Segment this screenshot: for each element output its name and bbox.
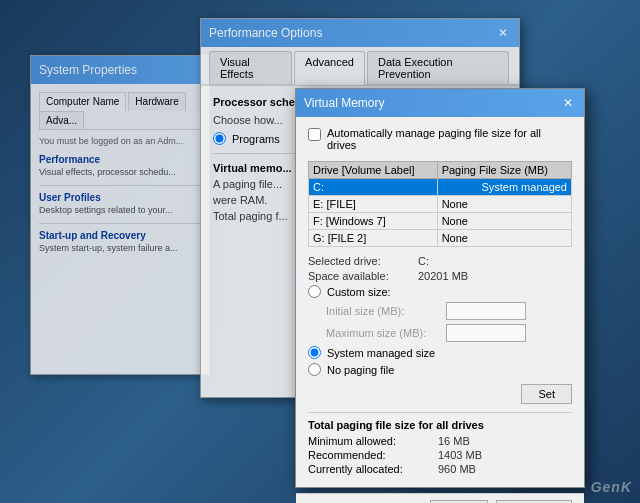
vm-set-row: Set	[308, 384, 572, 404]
vm-row-drive-c: C:	[309, 179, 438, 196]
vm-row-size-g: None	[437, 230, 571, 247]
sys-startup-text: System start-up, system failure a...	[39, 243, 201, 253]
vm-row-size-e: None	[437, 196, 571, 213]
sys-startup-title: Start-up and Recovery	[39, 230, 201, 241]
vm-system-managed-radio[interactable]	[308, 346, 321, 359]
system-props-titlebar: System Properties	[31, 56, 209, 84]
perf-tab-dep[interactable]: Data Execution Prevention	[367, 51, 509, 84]
vm-current-alloc-label: Currently allocated:	[308, 463, 438, 475]
vm-col-drive: Drive [Volume Label]	[309, 162, 438, 179]
vm-title: Virtual Memory	[304, 96, 384, 110]
sys-divider2	[39, 223, 201, 224]
sys-divider1	[39, 185, 201, 186]
vm-row-size-c: System managed	[437, 179, 571, 196]
perf-tab-visual[interactable]: Visual Effects	[209, 51, 292, 84]
vm-table-head: Drive [Volume Label] Paging File Size (M…	[309, 162, 572, 179]
vm-min-allowed-row: Minimum allowed: 16 MB	[308, 435, 572, 447]
vm-selected-drive-label: Selected drive:	[308, 255, 418, 267]
system-properties-window: System Properties Computer Name Hardware…	[30, 55, 210, 375]
vm-no-paging-row: No paging file	[308, 363, 572, 376]
system-props-title: System Properties	[39, 63, 137, 77]
vm-space-value: 20201 MB	[418, 270, 468, 282]
sys-tab-advanced[interactable]: Adva...	[39, 111, 84, 129]
virtual-memory-dialog: Virtual Memory ✕ Automatically manage pa…	[295, 88, 585, 488]
vm-max-size-label: Maximum size (MB):	[326, 327, 446, 339]
vm-no-paging-radio[interactable]	[308, 363, 321, 376]
vm-min-allowed-value: 16 MB	[438, 435, 470, 447]
vm-custom-size-row: Custom size:	[308, 285, 572, 298]
vm-custom-size-label: Custom size:	[327, 286, 391, 298]
genk-watermark: GenK	[591, 479, 632, 495]
sys-perf-text: Visual effects, processor schedu...	[39, 167, 201, 177]
vm-current-alloc-value: 960 MB	[438, 463, 476, 475]
vm-row-drive-f: F: [Windows 7]	[309, 213, 438, 230]
vm-selected-drive-value: C:	[418, 255, 429, 267]
vm-auto-manage-row: Automatically manage paging file size fo…	[308, 127, 572, 151]
perf-tabs: Visual Effects Advanced Data Execution P…	[201, 47, 519, 86]
perf-tab-advanced[interactable]: Advanced	[294, 51, 365, 85]
vm-max-size-row: Maximum size (MB):	[308, 324, 572, 342]
vm-divider	[308, 412, 572, 413]
sys-userprofiles-title: User Profiles	[39, 192, 201, 203]
sys-perf-title: Performance	[39, 154, 201, 165]
vm-max-size-input[interactable]	[446, 324, 526, 342]
table-row[interactable]: G: [FILE 2] None	[309, 230, 572, 247]
vm-close-button[interactable]: ✕	[560, 95, 576, 111]
sys-tabs: Computer Name Hardware Adva...	[39, 92, 201, 130]
vm-row-drive-e: E: [FILE]	[309, 196, 438, 213]
vm-set-button[interactable]: Set	[521, 384, 572, 404]
vm-total-title: Total paging file size for all drives	[308, 419, 572, 431]
vm-initial-size-label: Initial size (MB):	[326, 305, 446, 317]
vm-row-size-f: None	[437, 213, 571, 230]
vm-custom-size-radio[interactable]	[308, 285, 321, 298]
sys-note: You must be logged on as an Adm...	[39, 136, 201, 146]
vm-auto-manage-checkbox[interactable]	[308, 128, 321, 141]
sys-tab-computer[interactable]: Computer Name	[39, 92, 126, 111]
vm-recommended-row: Recommended: 1403 MB	[308, 449, 572, 461]
vm-titlebar: Virtual Memory ✕	[296, 89, 584, 117]
vm-auto-manage-label: Automatically manage paging file size fo…	[327, 127, 572, 151]
perf-close-button[interactable]: ✕	[495, 25, 511, 41]
vm-recommended-value: 1403 MB	[438, 449, 482, 461]
proc-sched-programs-label: Programs	[232, 133, 280, 145]
vm-total-section: Total paging file size for all drives Mi…	[308, 419, 572, 475]
table-row[interactable]: C: System managed	[309, 179, 572, 196]
vm-content: Automatically manage paging file size fo…	[296, 117, 584, 493]
vm-system-managed-row: System managed size	[308, 346, 572, 359]
vm-system-managed-label: System managed size	[327, 347, 435, 359]
perf-title: Performance Options	[209, 26, 322, 40]
vm-no-paging-label: No paging file	[327, 364, 394, 376]
vm-initial-size-input[interactable]	[446, 302, 526, 320]
sys-tab-hardware[interactable]: Hardware	[128, 92, 185, 111]
vm-table-body: C: System managed E: [FILE] None F: [Win…	[309, 179, 572, 247]
vm-initial-size-row: Initial size (MB):	[308, 302, 572, 320]
vm-space-available-row: Space available: 20201 MB	[308, 270, 572, 282]
table-row[interactable]: F: [Windows 7] None	[309, 213, 572, 230]
vm-drives-table: Drive [Volume Label] Paging File Size (M…	[308, 161, 572, 247]
vm-buttons: OK Cancel	[296, 493, 584, 503]
vm-col-size: Paging File Size (MB)	[437, 162, 571, 179]
vm-min-allowed-label: Minimum allowed:	[308, 435, 438, 447]
sys-userprofiles-text: Desktop settings related to your...	[39, 205, 201, 215]
table-row[interactable]: E: [FILE] None	[309, 196, 572, 213]
system-props-content: Computer Name Hardware Adva... You must …	[31, 84, 209, 269]
vm-space-label: Space available:	[308, 270, 418, 282]
vm-row-drive-g: G: [FILE 2]	[309, 230, 438, 247]
perf-titlebar: Performance Options ✕	[201, 19, 519, 47]
vm-current-alloc-row: Currently allocated: 960 MB	[308, 463, 572, 475]
vm-radio-section: Custom size: Initial size (MB): Maximum …	[308, 285, 572, 376]
vm-table-section: Drive [Volume Label] Paging File Size (M…	[308, 161, 572, 247]
vm-recommended-label: Recommended:	[308, 449, 438, 461]
proc-sched-programs-radio[interactable]	[213, 132, 226, 145]
vm-table-header-row: Drive [Volume Label] Paging File Size (M…	[309, 162, 572, 179]
vm-selected-drive-row: Selected drive: C:	[308, 255, 572, 267]
